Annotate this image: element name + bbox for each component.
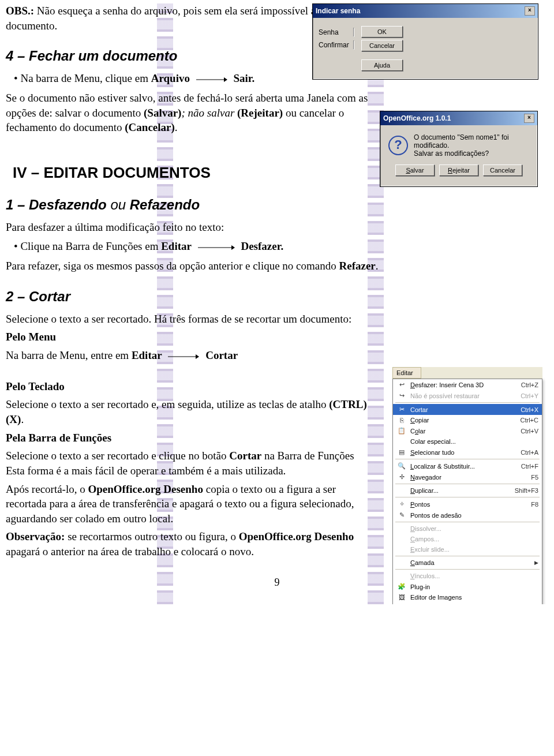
menu-item-icon: ✂ [396, 406, 407, 413]
menu-item: Objeto▶ [393, 602, 542, 604]
menu-item-label: Camada [410, 559, 531, 566]
confirm-label: Confirmar [319, 41, 353, 49]
menu-item-label: Selecionar tudo [410, 449, 517, 456]
menu-item-label: Vínculos... [410, 572, 535, 579]
close-icon[interactable]: × [524, 114, 534, 123]
menu-item[interactable]: 🔍Localizar & Substituir...Ctrl+F [393, 461, 542, 471]
menu-item[interactable]: ↩Desfazer: Inserir Cena 3DCtrl+Z [393, 379, 542, 390]
menu-item[interactable]: 🧩Plug-in [393, 581, 542, 592]
heading-desfazendo: 1 – Desfazendo ou Refazendo [6, 197, 548, 213]
menu-item-icon: 🧩 [396, 583, 407, 590]
menu-item-shortcut: F8 [531, 501, 538, 508]
save-confirm-line2: Salvar as modificações? [414, 149, 529, 158]
menu-separator [395, 459, 540, 459]
menu-item[interactable]: 🖼Editor de Imagens [393, 592, 542, 602]
menu-item-shortcut: Ctrl+C [521, 417, 538, 424]
arrow-right-icon [198, 245, 235, 250]
menu-item-shortcut: Ctrl+F [521, 463, 538, 470]
close-doc-paragraph: Se o documento não estiver salvo, antes … [6, 91, 375, 135]
menu-item-shortcut: Ctrl+Y [521, 392, 538, 399]
ok-button[interactable]: OK [361, 26, 403, 38]
menu-item[interactable]: Camada▶ [393, 557, 542, 568]
menu-item-label: Dissolver... [410, 525, 535, 532]
svg-marker-1 [224, 77, 227, 82]
menu-item-label: Pontos de adesão [410, 512, 535, 519]
save-button[interactable]: Salvar [395, 164, 435, 176]
menu-item[interactable]: ✎Pontos de adesão [393, 510, 542, 521]
menu-item-label: Campos... [410, 536, 535, 542]
menu-item-label: Desfazer: Inserir Cena 3D [410, 381, 518, 388]
menu-item-label: Editor de Imagens [410, 594, 535, 601]
menu-item-shortcut: Ctrl+V [521, 428, 538, 435]
pelo-teclado-label: Pelo Teclado [6, 379, 375, 394]
menu-item[interactable]: ✧PontosF8 [393, 499, 542, 510]
chevron-right-icon: ▶ [534, 560, 538, 566]
menu-item-label: Duplicar... [410, 487, 511, 494]
reject-button[interactable]: Rejeitar [439, 164, 478, 176]
menu-item-label: Localizar & Substituir... [410, 463, 518, 470]
question-icon: ? [388, 136, 408, 155]
menu-item[interactable]: ⎘CopiarCtrl+C [393, 415, 542, 425]
arrow-right-icon [196, 77, 227, 83]
svg-marker-3 [231, 245, 235, 250]
confirm-input[interactable] [353, 40, 354, 50]
menu-item[interactable]: 📋ColarCtrl+V [393, 425, 542, 436]
menu-item-icon: 🖼 [396, 594, 407, 601]
menu-separator [395, 556, 540, 556]
menu-item[interactable]: ✂CortarCtrl+X [393, 404, 542, 415]
menu-item-shortcut: Ctrl+A [521, 449, 538, 456]
bullet-editar-desfazer: Clique na Barra de Funções em Editar Des… [6, 239, 548, 254]
close-icon[interactable]: × [525, 6, 535, 16]
menu-item-label: Navegador [410, 474, 527, 481]
cancel-button[interactable]: Cancelar [483, 164, 522, 176]
menu-item-icon: ✎ [396, 511, 407, 519]
menu-item-label: Excluir slide... [410, 546, 535, 553]
menu-item-label: Não é possível restaurar [410, 392, 517, 399]
menu-item-shortcut: Ctrl+X [521, 406, 538, 413]
menu-item-icon: ✧ [396, 500, 407, 508]
editar-menu: Editar ↩Desfazer: Inserir Cena 3DCtrl+Z↪… [392, 367, 542, 604]
save-confirm-title: OpenOffice.org 1.0.1 [383, 114, 451, 122]
menu-item-label: Pontos [410, 501, 527, 508]
apos-recortar-paragraph: Após recortá-lo, o OpenOffice.org Desenh… [6, 482, 375, 526]
menu-item-shortcut: Ctrl+Z [521, 381, 538, 388]
save-confirm-titlebar: OpenOffice.org 1.0.1 × [380, 111, 537, 125]
cortar-barra-paragraph: Selecione o texto a ser recortado e cliq… [6, 448, 375, 478]
svg-marker-5 [196, 354, 199, 359]
menu-item-icon: ↩ [396, 381, 407, 388]
pelo-menu-label: Pelo Menu [6, 330, 375, 345]
menu-item-icon: ▤ [396, 448, 407, 456]
editar-menu-title[interactable]: Editar [392, 367, 421, 379]
password-dialog: Indicar senha × Senha Confirmar OK Cance… [312, 3, 538, 80]
password-input[interactable] [353, 28, 354, 37]
menu-item-label: Colar especial... [410, 438, 535, 445]
menu-item[interactable]: ▤Selecionar tudoCtrl+A [393, 447, 542, 458]
menu-separator [395, 484, 540, 484]
menu-item-label: Colar [410, 428, 517, 435]
menu-item: Dissolver... [393, 523, 542, 534]
editar-cortar-line: Na barra de Menu, entre em Editar Cortar [6, 348, 375, 363]
save-confirm-dialog: OpenOffice.org 1.0.1 × ? O documento "Se… [380, 111, 538, 187]
pela-barra-label: Pela Barra de Funções [6, 431, 375, 446]
menu-item: Excluir slide... [393, 544, 542, 555]
desfazer-intro: Para desfazer a última modificação feito… [6, 220, 548, 235]
menu-item-icon: ⎘ [396, 417, 407, 424]
menu-item-label: Cortar [410, 406, 517, 413]
menu-item-label: Plug-in [410, 583, 535, 590]
menu-item[interactable]: ✢NavegadorF5 [393, 471, 542, 482]
heading-cortar: 2 – Cortar [6, 289, 548, 305]
menu-item-shortcut: Shift+F3 [515, 487, 538, 494]
menu-item-shortcut: F5 [531, 474, 538, 481]
help-button[interactable]: Ajuda [361, 59, 403, 71]
menu-item-icon: 🔍 [396, 462, 407, 470]
menu-item[interactable]: Duplicar...Shift+F3 [393, 485, 542, 496]
menu-item-label: Copiar [410, 417, 517, 424]
menu-item[interactable]: Colar especial... [393, 436, 542, 447]
menu-separator [395, 569, 540, 570]
cancel-button[interactable]: Cancelar [361, 40, 403, 51]
obs-label: OBS.: [6, 5, 34, 17]
menu-item-icon: ✢ [396, 473, 407, 481]
cortar-intro: Selecione o texto a ser recortado. Há tr… [6, 312, 375, 327]
arrow-right-icon [168, 354, 199, 360]
menu-item: Campos... [393, 534, 542, 544]
